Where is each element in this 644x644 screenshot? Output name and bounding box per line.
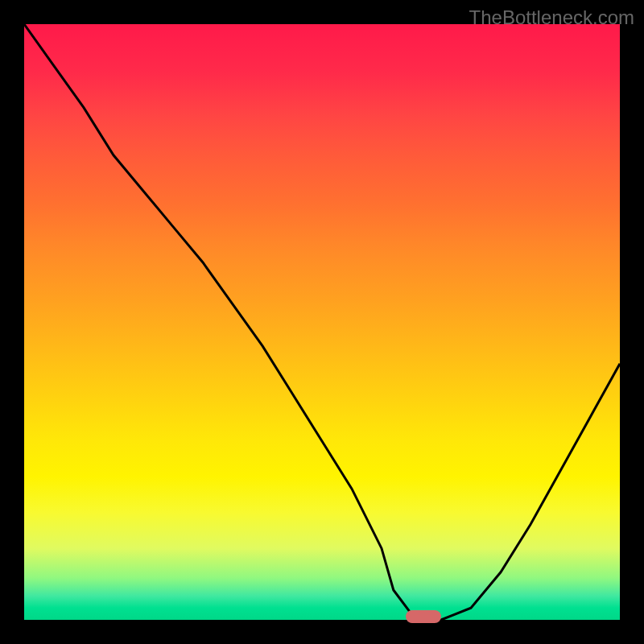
optimal-marker [406, 610, 441, 623]
bottleneck-curve [24, 24, 620, 620]
watermark-text: TheBottleneck.com [469, 6, 634, 29]
